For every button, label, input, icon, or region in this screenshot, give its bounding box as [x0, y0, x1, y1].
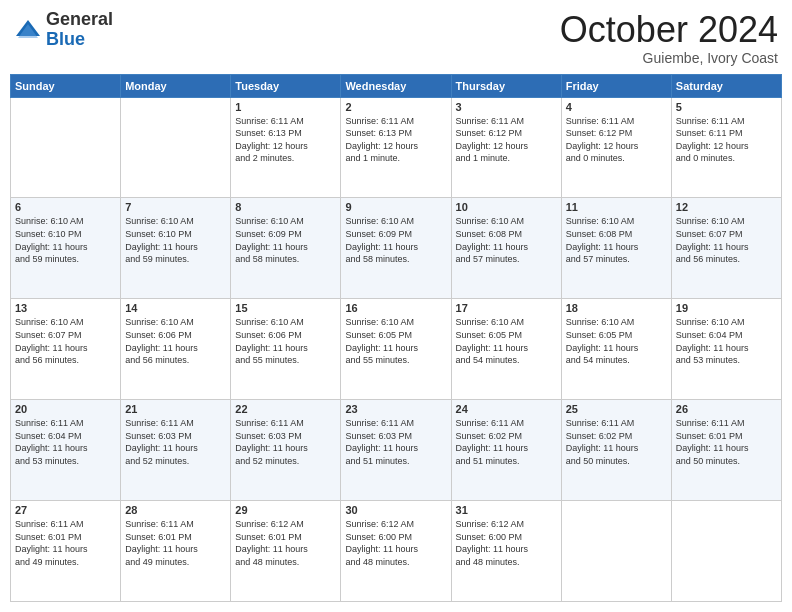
- month-title: October 2024: [560, 10, 778, 50]
- day-info: Sunrise: 6:10 AM Sunset: 6:08 PM Dayligh…: [566, 215, 667, 265]
- day-number: 22: [235, 403, 336, 415]
- page: General Blue October 2024 Guiembe, Ivory…: [0, 0, 792, 612]
- day-number: 3: [456, 101, 557, 113]
- calendar-cell: 21Sunrise: 6:11 AM Sunset: 6:03 PM Dayli…: [121, 400, 231, 501]
- day-number: 27: [15, 504, 116, 516]
- day-info: Sunrise: 6:11 AM Sunset: 6:02 PM Dayligh…: [566, 417, 667, 467]
- calendar-week-row: 1Sunrise: 6:11 AM Sunset: 6:13 PM Daylig…: [11, 97, 782, 198]
- title-block: October 2024 Guiembe, Ivory Coast: [560, 10, 778, 66]
- day-info: Sunrise: 6:10 AM Sunset: 6:06 PM Dayligh…: [235, 316, 336, 366]
- calendar-cell: 16Sunrise: 6:10 AM Sunset: 6:05 PM Dayli…: [341, 299, 451, 400]
- col-header-tuesday: Tuesday: [231, 74, 341, 97]
- col-header-thursday: Thursday: [451, 74, 561, 97]
- day-number: 16: [345, 302, 446, 314]
- day-number: 7: [125, 201, 226, 213]
- calendar: SundayMondayTuesdayWednesdayThursdayFrid…: [10, 74, 782, 602]
- calendar-cell: 30Sunrise: 6:12 AM Sunset: 6:00 PM Dayli…: [341, 501, 451, 602]
- logo-text: General Blue: [46, 10, 113, 50]
- calendar-cell: 5Sunrise: 6:11 AM Sunset: 6:11 PM Daylig…: [671, 97, 781, 198]
- calendar-cell: [671, 501, 781, 602]
- day-info: Sunrise: 6:10 AM Sunset: 6:07 PM Dayligh…: [676, 215, 777, 265]
- day-number: 30: [345, 504, 446, 516]
- day-info: Sunrise: 6:11 AM Sunset: 6:03 PM Dayligh…: [345, 417, 446, 467]
- day-number: 18: [566, 302, 667, 314]
- calendar-week-row: 13Sunrise: 6:10 AM Sunset: 6:07 PM Dayli…: [11, 299, 782, 400]
- calendar-cell: 29Sunrise: 6:12 AM Sunset: 6:01 PM Dayli…: [231, 501, 341, 602]
- calendar-cell: [121, 97, 231, 198]
- calendar-cell: 19Sunrise: 6:10 AM Sunset: 6:04 PM Dayli…: [671, 299, 781, 400]
- day-info: Sunrise: 6:11 AM Sunset: 6:13 PM Dayligh…: [345, 115, 446, 165]
- day-info: Sunrise: 6:10 AM Sunset: 6:04 PM Dayligh…: [676, 316, 777, 366]
- day-info: Sunrise: 6:10 AM Sunset: 6:05 PM Dayligh…: [566, 316, 667, 366]
- day-number: 4: [566, 101, 667, 113]
- calendar-cell: 14Sunrise: 6:10 AM Sunset: 6:06 PM Dayli…: [121, 299, 231, 400]
- day-info: Sunrise: 6:11 AM Sunset: 6:04 PM Dayligh…: [15, 417, 116, 467]
- col-header-saturday: Saturday: [671, 74, 781, 97]
- calendar-week-row: 6Sunrise: 6:10 AM Sunset: 6:10 PM Daylig…: [11, 198, 782, 299]
- logo: General Blue: [14, 10, 113, 50]
- calendar-cell: 4Sunrise: 6:11 AM Sunset: 6:12 PM Daylig…: [561, 97, 671, 198]
- day-number: 19: [676, 302, 777, 314]
- day-number: 29: [235, 504, 336, 516]
- day-info: Sunrise: 6:12 AM Sunset: 6:01 PM Dayligh…: [235, 518, 336, 568]
- calendar-cell: 11Sunrise: 6:10 AM Sunset: 6:08 PM Dayli…: [561, 198, 671, 299]
- col-header-friday: Friday: [561, 74, 671, 97]
- day-info: Sunrise: 6:10 AM Sunset: 6:09 PM Dayligh…: [235, 215, 336, 265]
- day-number: 20: [15, 403, 116, 415]
- calendar-cell: 31Sunrise: 6:12 AM Sunset: 6:00 PM Dayli…: [451, 501, 561, 602]
- calendar-cell: 10Sunrise: 6:10 AM Sunset: 6:08 PM Dayli…: [451, 198, 561, 299]
- calendar-cell: 18Sunrise: 6:10 AM Sunset: 6:05 PM Dayli…: [561, 299, 671, 400]
- calendar-cell: [561, 501, 671, 602]
- day-info: Sunrise: 6:10 AM Sunset: 6:05 PM Dayligh…: [456, 316, 557, 366]
- day-number: 26: [676, 403, 777, 415]
- day-number: 24: [456, 403, 557, 415]
- calendar-cell: 22Sunrise: 6:11 AM Sunset: 6:03 PM Dayli…: [231, 400, 341, 501]
- calendar-cell: 3Sunrise: 6:11 AM Sunset: 6:12 PM Daylig…: [451, 97, 561, 198]
- day-number: 5: [676, 101, 777, 113]
- day-info: Sunrise: 6:12 AM Sunset: 6:00 PM Dayligh…: [345, 518, 446, 568]
- day-number: 15: [235, 302, 336, 314]
- logo-icon: [14, 16, 42, 44]
- calendar-cell: 13Sunrise: 6:10 AM Sunset: 6:07 PM Dayli…: [11, 299, 121, 400]
- day-number: 8: [235, 201, 336, 213]
- calendar-cell: 7Sunrise: 6:10 AM Sunset: 6:10 PM Daylig…: [121, 198, 231, 299]
- logo-general-text: General: [46, 10, 113, 30]
- day-info: Sunrise: 6:10 AM Sunset: 6:09 PM Dayligh…: [345, 215, 446, 265]
- day-number: 21: [125, 403, 226, 415]
- calendar-cell: 24Sunrise: 6:11 AM Sunset: 6:02 PM Dayli…: [451, 400, 561, 501]
- day-number: 9: [345, 201, 446, 213]
- day-number: 28: [125, 504, 226, 516]
- day-info: Sunrise: 6:10 AM Sunset: 6:07 PM Dayligh…: [15, 316, 116, 366]
- day-info: Sunrise: 6:11 AM Sunset: 6:11 PM Dayligh…: [676, 115, 777, 165]
- day-number: 11: [566, 201, 667, 213]
- day-info: Sunrise: 6:10 AM Sunset: 6:05 PM Dayligh…: [345, 316, 446, 366]
- col-header-monday: Monday: [121, 74, 231, 97]
- day-info: Sunrise: 6:11 AM Sunset: 6:13 PM Dayligh…: [235, 115, 336, 165]
- calendar-cell: 9Sunrise: 6:10 AM Sunset: 6:09 PM Daylig…: [341, 198, 451, 299]
- calendar-cell: 17Sunrise: 6:10 AM Sunset: 6:05 PM Dayli…: [451, 299, 561, 400]
- day-info: Sunrise: 6:10 AM Sunset: 6:10 PM Dayligh…: [125, 215, 226, 265]
- calendar-cell: 2Sunrise: 6:11 AM Sunset: 6:13 PM Daylig…: [341, 97, 451, 198]
- day-info: Sunrise: 6:11 AM Sunset: 6:01 PM Dayligh…: [125, 518, 226, 568]
- day-info: Sunrise: 6:11 AM Sunset: 6:12 PM Dayligh…: [566, 115, 667, 165]
- calendar-header-row: SundayMondayTuesdayWednesdayThursdayFrid…: [11, 74, 782, 97]
- calendar-cell: [11, 97, 121, 198]
- calendar-cell: 28Sunrise: 6:11 AM Sunset: 6:01 PM Dayli…: [121, 501, 231, 602]
- calendar-cell: 8Sunrise: 6:10 AM Sunset: 6:09 PM Daylig…: [231, 198, 341, 299]
- logo-blue-text: Blue: [46, 30, 113, 50]
- calendar-cell: 20Sunrise: 6:11 AM Sunset: 6:04 PM Dayli…: [11, 400, 121, 501]
- day-info: Sunrise: 6:12 AM Sunset: 6:00 PM Dayligh…: [456, 518, 557, 568]
- calendar-cell: 1Sunrise: 6:11 AM Sunset: 6:13 PM Daylig…: [231, 97, 341, 198]
- day-info: Sunrise: 6:10 AM Sunset: 6:10 PM Dayligh…: [15, 215, 116, 265]
- calendar-week-row: 27Sunrise: 6:11 AM Sunset: 6:01 PM Dayli…: [11, 501, 782, 602]
- calendar-cell: 15Sunrise: 6:10 AM Sunset: 6:06 PM Dayli…: [231, 299, 341, 400]
- day-info: Sunrise: 6:10 AM Sunset: 6:06 PM Dayligh…: [125, 316, 226, 366]
- day-info: Sunrise: 6:10 AM Sunset: 6:08 PM Dayligh…: [456, 215, 557, 265]
- day-number: 2: [345, 101, 446, 113]
- day-number: 6: [15, 201, 116, 213]
- day-number: 23: [345, 403, 446, 415]
- day-number: 14: [125, 302, 226, 314]
- day-number: 12: [676, 201, 777, 213]
- calendar-cell: 27Sunrise: 6:11 AM Sunset: 6:01 PM Dayli…: [11, 501, 121, 602]
- calendar-cell: 23Sunrise: 6:11 AM Sunset: 6:03 PM Dayli…: [341, 400, 451, 501]
